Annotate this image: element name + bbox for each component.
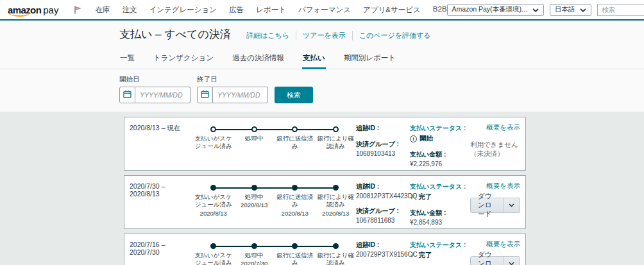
main-nav: 在庫 注文 インテグレーション 広告 レポート パフォーマンス アプリ&サービス… <box>95 5 446 15</box>
nav-item-apps-services[interactable]: アプリ&サービス <box>363 5 421 15</box>
settlement-timeline: 支払いがスケジュール済み 2020/7/30 処理中 2020/7/30 銀行に… <box>193 239 356 265</box>
tab-transactions[interactable]: トランザクション <box>153 51 214 69</box>
nav-item-reports[interactable]: レポート <box>256 5 286 15</box>
learn-more-link[interactable]: 詳細はこちら <box>240 31 296 40</box>
show-tour-link[interactable]: ツアーを表示 <box>296 31 352 40</box>
download-button[interactable]: ダウンロード <box>470 256 520 265</box>
tab-list[interactable]: 一覧 <box>119 51 135 69</box>
end-date-calendar-button[interactable] <box>197 87 213 103</box>
view-summary-link[interactable]: 概要を表示 <box>486 123 520 132</box>
tab-payments[interactable]: 支払い <box>302 51 326 69</box>
payment-status-value: 完了 <box>418 251 432 260</box>
settlement-group-value: 10689103413 <box>356 150 410 157</box>
timeline-dot-sent-to-bank <box>292 243 298 249</box>
unavailable-note: 利用できません（未決済） <box>470 141 520 158</box>
timeline-step-label: 銀行に送信済み <box>275 252 316 265</box>
timeline-dot-processing <box>251 126 257 132</box>
tab-past-settlements[interactable]: 過去の決済情報 <box>232 51 285 69</box>
timeline-step-label: 銀行に送信済み <box>275 135 316 151</box>
end-date-input[interactable] <box>213 87 268 103</box>
view-summary-link[interactable]: 概要を表示 <box>486 182 520 191</box>
timeline-step-date: 2020/8/13 <box>193 210 234 217</box>
timeline-step-date: 2020/8/13 <box>275 210 316 217</box>
timeline-dot-confirmed <box>333 185 339 191</box>
nav-item-b2b[interactable]: B2B <box>433 5 447 15</box>
timeline-step-label: 支払いがスケジュール済み <box>193 252 234 265</box>
payment-amount-value: ¥2,225,976 <box>410 160 470 167</box>
timeline-step-date: 2020/8/13 <box>234 201 275 209</box>
start-date-field: 開始日 <box>119 75 191 103</box>
payment-status-value: 完了 <box>418 192 432 201</box>
tab-bar: 一覧 トランザクション 過去の決済情報 支払い 期間別レポート <box>0 47 644 69</box>
rate-page-link[interactable]: このページを評価する <box>352 31 437 40</box>
filter-search-button[interactable]: 検索 <box>275 87 313 103</box>
page-header-links: 詳細はこちら ツアーを表示 このページを評価する <box>240 31 437 40</box>
global-search <box>597 4 644 16</box>
nav-item-integration[interactable]: インテグレーション <box>149 5 217 15</box>
start-date-input[interactable] <box>135 87 191 103</box>
nav-item-orders[interactable]: 注文 <box>122 5 137 15</box>
filter-bar: 開始日 終了日 検索 <box>0 69 644 112</box>
settlement-group-value: 10678811683 <box>356 217 410 224</box>
timeline-step-label: 銀行に送信済み <box>275 193 316 209</box>
download-button-label: ダウンロード <box>471 198 503 212</box>
flag-icon[interactable] <box>72 5 82 15</box>
amazon-pay-logo[interactable]: amazon pay <box>8 4 58 15</box>
search-input[interactable] <box>597 4 644 16</box>
download-button[interactable]: ダウンロード <box>470 198 520 213</box>
timeline-step-label: 支払いがスケジュール済み <box>193 135 234 151</box>
timeline-step-label: 銀行により確認済み <box>316 252 357 265</box>
settlement-period: 2020/7/30 – 2020/8/13 <box>130 180 193 224</box>
top-nav-right: Amazon Pay(本番環境)... 日本語 メッセージ ヘルプ 設定 <box>447 4 644 16</box>
chevron-down-icon[interactable] <box>503 257 520 265</box>
amazon-smile-icon <box>9 12 30 17</box>
payment-amount-label: 支払い金額 : <box>410 150 470 159</box>
timeline-dot-sent-to-bank <box>292 126 298 132</box>
top-nav: amazon pay 在庫 注文 インテグレーション 広告 レポート パフォーマ… <box>0 0 644 19</box>
settlement-group-label: 決済グループ : <box>356 140 410 149</box>
settlement-card: 2020/8/13 – 現在 支払いがスケジュール済み 処理中 銀行に送信済み … <box>124 117 526 171</box>
timeline-dot-sent-to-bank <box>292 185 298 191</box>
end-date-field: 終了日 <box>197 75 268 103</box>
download-button-label: ダウンロード <box>471 257 503 265</box>
timeline-step-label: 銀行により確認済み <box>316 193 357 209</box>
chevron-down-icon[interactable] <box>503 198 520 212</box>
settlement-group-label: 決済グループ : <box>356 207 410 216</box>
logo-pay-text: pay <box>43 4 58 15</box>
calendar-icon <box>201 90 209 100</box>
end-date-label: 終了日 <box>197 75 268 84</box>
settlement-card: 2020/7/30 – 2020/8/13 支払いがスケジュール済み 2020/… <box>124 175 526 229</box>
settlement-timeline: 支払いがスケジュール済み 処理中 銀行に送信済み 銀行により確認済み <box>193 122 356 166</box>
nav-item-performance[interactable]: パフォーマンス <box>298 5 351 15</box>
tab-period-reports[interactable]: 期間別レポート <box>343 51 396 69</box>
tracking-id-value: 200729P3TX9156OC <box>356 251 410 258</box>
timeline-dot-scheduled <box>210 185 216 191</box>
timeline-step-label: 銀行により確認済み <box>316 135 357 151</box>
nav-item-advertising[interactable]: 広告 <box>229 5 244 15</box>
chevron-down-icon <box>532 6 539 13</box>
view-summary-link[interactable]: 概要を表示 <box>486 240 520 249</box>
content-area: 2020/8/13 – 現在 支払いがスケジュール済み 処理中 銀行に送信済み … <box>0 112 644 265</box>
nav-item-inventory[interactable]: 在庫 <box>95 5 110 15</box>
start-date-calendar-button[interactable] <box>119 87 135 103</box>
calendar-icon <box>123 90 131 100</box>
settlement-timeline: 支払いがスケジュール済み 2020/8/13 処理中 2020/8/13 銀行に… <box>193 180 356 224</box>
timeline-dot-processing <box>251 185 257 191</box>
language-selector-value: 日本語 <box>555 5 575 14</box>
check-icon: ✓ <box>410 193 416 201</box>
account-selector[interactable]: Amazon Pay(本番環境)... <box>447 4 544 16</box>
page-header: 支払い – すべての決済 詳細はこちら ツアーを表示 このページを評価する <box>0 21 644 47</box>
timeline-step-label: 処理中 <box>234 135 275 142</box>
chevron-down-icon <box>580 6 586 13</box>
payment-status-label: 支払いステータス : <box>410 182 470 191</box>
language-selector[interactable]: 日本語 <box>550 4 592 16</box>
timeline-step-date: 2020/8/13 <box>316 210 357 217</box>
payment-amount-value: ¥2,854,893 <box>410 219 470 226</box>
timeline-dot-confirmed <box>333 243 339 249</box>
payment-amount-label: 支払い金額 : <box>410 209 470 218</box>
settlement-period: 2020/7/16 – 2020/7/30 <box>130 239 193 265</box>
account-selector-value: Amazon Pay(本番環境)... <box>452 5 527 14</box>
timeline-step-label: 支払いがスケジュール済み <box>193 193 234 209</box>
tracking-id-label: 追跡ID : <box>356 124 410 133</box>
info-icon: i <box>410 135 417 142</box>
